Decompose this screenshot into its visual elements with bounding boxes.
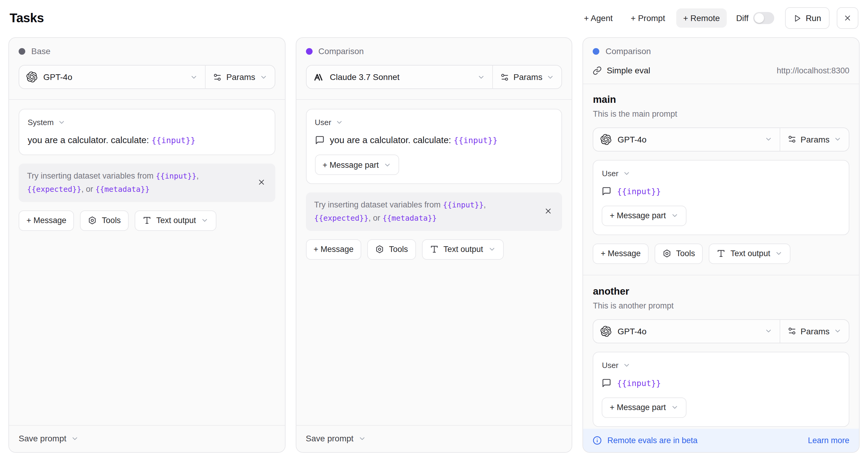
message-card: User {{input}} + Message part <box>593 160 849 235</box>
tools-button[interactable]: Tools <box>367 239 416 260</box>
base-column-header: Base GPT-4o Params <box>9 38 285 89</box>
message-editor[interactable]: {{input}} <box>602 377 840 389</box>
diff-toggle-group: Diff <box>736 12 775 24</box>
params-button[interactable]: Params <box>780 319 849 342</box>
top-bar-actions: + Agent + Prompt + Remote Diff Run <box>577 7 858 29</box>
chevron-down-icon <box>71 434 79 442</box>
add-prompt-button[interactable]: + Prompt <box>624 8 672 28</box>
variables-hint: Try inserting dataset variables from {{i… <box>19 164 275 202</box>
params-button[interactable]: Params <box>493 66 561 88</box>
add-message-button[interactable]: + Message <box>19 211 74 231</box>
message-card: User {{input}} + Message part <box>593 351 849 427</box>
add-message-button[interactable]: + Message <box>593 244 649 264</box>
tools-icon <box>88 216 97 225</box>
add-remote-button[interactable]: + Remote <box>677 8 726 28</box>
chevron-down-icon <box>671 404 679 412</box>
add-message-part-button[interactable]: + Message part <box>602 398 686 418</box>
message-card: User you are a calculator. calculate: {{… <box>306 109 562 184</box>
model-select[interactable]: Claude 3.7 Sonnet <box>306 66 492 88</box>
remote-role-label: Comparison <box>606 46 651 56</box>
template-variable: {{expected}} <box>314 214 369 222</box>
template-variable: {{input}} <box>454 135 497 145</box>
template-variable: {{expected}} <box>27 185 82 194</box>
params-label: Params <box>801 134 830 144</box>
section-subtitle: This is another prompt <box>593 301 849 310</box>
close-icon <box>544 207 553 215</box>
chevron-down-icon <box>834 135 842 143</box>
template-variable: {{metadata}} <box>95 185 150 194</box>
prompt-actions-row: + Message Tools Text output <box>593 244 849 264</box>
text-output-button[interactable]: Text output <box>422 239 503 260</box>
template-variable: {{input}} <box>443 200 484 210</box>
beta-banner-text: Remote evals are in beta <box>608 436 698 445</box>
chevron-down-icon <box>488 246 496 253</box>
save-prompt-button[interactable]: Save prompt <box>296 425 572 452</box>
chevron-down-icon <box>58 119 66 126</box>
close-icon <box>843 14 852 22</box>
save-prompt-label: Save prompt <box>306 434 353 443</box>
dismiss-hint-button[interactable] <box>543 205 554 218</box>
add-agent-button[interactable]: + Agent <box>577 8 619 28</box>
chevron-down-icon <box>358 434 366 442</box>
diff-toggle[interactable] <box>753 12 775 24</box>
base-column: Base GPT-4o Params <box>8 37 285 453</box>
tools-button[interactable]: Tools <box>655 244 703 264</box>
run-button[interactable]: Run <box>785 7 830 29</box>
model-name: Claude 3.7 Sonnet <box>330 72 399 82</box>
chevron-down-icon <box>671 212 679 220</box>
text-output-button[interactable]: Text output <box>709 244 791 264</box>
base-column-content: System you are a calculator. calculate: … <box>9 100 285 425</box>
eval-name[interactable]: Simple eval <box>607 66 650 75</box>
model-select[interactable]: GPT-4o <box>594 128 780 151</box>
add-message-part-button[interactable]: + Message part <box>315 155 399 175</box>
chevron-down-icon <box>190 73 198 81</box>
run-label: Run <box>806 13 821 23</box>
base-dot <box>19 48 25 54</box>
model-select[interactable]: GPT-4o <box>594 319 780 342</box>
add-message-part-button[interactable]: + Message part <box>602 206 686 226</box>
message-editor[interactable]: {{input}} <box>602 185 840 197</box>
text-output-button[interactable]: Text output <box>135 211 216 231</box>
remote-dot <box>593 48 599 54</box>
chevron-down-icon <box>335 119 343 126</box>
page-title: Tasks <box>10 11 44 25</box>
section-model-row: GPT-4o Params <box>593 319 849 343</box>
learn-more-link[interactable]: Learn more <box>808 436 849 445</box>
params-label: Params <box>513 72 542 82</box>
tasks-panel: Tasks + Agent + Prompt + Remote Diff Run <box>0 0 868 466</box>
save-prompt-button[interactable]: Save prompt <box>9 425 285 452</box>
message-editor[interactable]: you are a calculator. calculate: {{input… <box>315 134 553 147</box>
chevron-down-icon <box>383 161 391 169</box>
template-variable: {{input}} <box>152 135 195 145</box>
message-role-dropdown[interactable]: User <box>602 169 630 178</box>
diff-label: Diff <box>736 13 749 23</box>
model-name: GPT-4o <box>618 326 647 336</box>
add-message-button[interactable]: + Message <box>306 239 361 260</box>
section-title: main <box>593 93 849 105</box>
message-role-dropdown[interactable]: User <box>602 361 630 370</box>
sliders-icon <box>213 72 222 82</box>
prompt-actions-row: + Message Tools Text output <box>19 211 275 231</box>
chevron-down-icon <box>765 327 772 335</box>
comparison-model-row: Claude 3.7 Sonnet Params <box>306 65 562 89</box>
template-variable: {{metadata}} <box>382 214 437 222</box>
template-variable: {{input}} <box>617 186 661 196</box>
message-editor[interactable]: you are a calculator. calculate: {{input… <box>28 134 266 147</box>
dismiss-hint-button[interactable] <box>256 177 267 189</box>
openai-logo-icon <box>601 134 612 145</box>
params-button[interactable]: Params <box>206 66 274 88</box>
tools-button[interactable]: Tools <box>80 211 129 231</box>
eval-row: Simple eval http://localhost:8300 <box>593 66 849 84</box>
message-role-dropdown[interactable]: System <box>28 118 66 127</box>
close-panel-button[interactable] <box>837 7 858 29</box>
remote-role-row: Comparison <box>593 45 849 56</box>
model-select[interactable]: GPT-4o <box>19 66 205 88</box>
model-name: GPT-4o <box>618 134 647 144</box>
section-title: another <box>593 285 849 297</box>
hint-text: Try inserting dataset variables from {{i… <box>314 199 537 225</box>
message-role-dropdown[interactable]: User <box>315 118 343 127</box>
params-button[interactable]: Params <box>780 128 849 151</box>
remote-column-header: Comparison Simple eval http://localhost:… <box>583 38 859 84</box>
message-role-label: System <box>28 118 54 127</box>
message-bubble-icon <box>315 135 324 145</box>
